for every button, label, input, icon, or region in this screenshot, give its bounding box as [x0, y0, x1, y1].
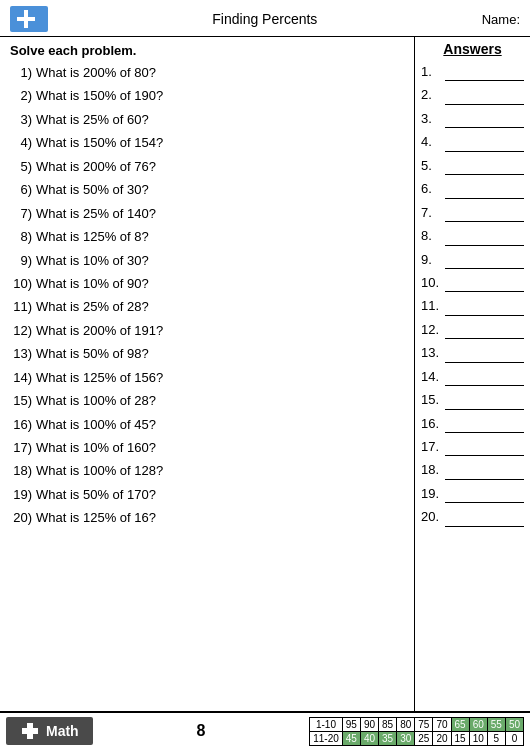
answer-row: 1. — [421, 61, 524, 82]
answer-line — [445, 526, 524, 527]
answer-number: 7. — [421, 202, 443, 223]
score-cell: 45 — [342, 731, 360, 745]
question-text: What is 125% of 16? — [36, 507, 156, 528]
answer-row: 10. — [421, 272, 524, 293]
score-cell: 80 — [397, 717, 415, 731]
score-cell: 55 — [487, 717, 505, 731]
answer-row: 18. — [421, 459, 524, 480]
answer-row: 9. — [421, 249, 524, 270]
score-cell: 5 — [487, 731, 505, 745]
question-text: What is 200% of 76? — [36, 156, 156, 177]
question-text: What is 200% of 191? — [36, 320, 163, 341]
answer-line — [445, 479, 524, 480]
score-cell: 95 — [342, 717, 360, 731]
score-cell: 75 — [415, 717, 433, 731]
question-text: What is 25% of 60? — [36, 109, 149, 130]
question-text: What is 25% of 28? — [36, 296, 149, 317]
answer-row: 12. — [421, 319, 524, 340]
answer-row: 5. — [421, 155, 524, 176]
question-row: 11) What is 25% of 28? — [10, 296, 406, 317]
name-label: Name: — [482, 12, 520, 27]
plus-icon — [20, 721, 40, 741]
answer-row: 8. — [421, 225, 524, 246]
main-content: Solve each problem. 1) What is 200% of 8… — [0, 37, 530, 711]
answer-number: 5. — [421, 155, 443, 176]
answer-line — [445, 315, 524, 316]
question-row: 3) What is 25% of 60? — [10, 109, 406, 130]
question-number: 12) — [10, 320, 32, 341]
answer-number: 14. — [421, 366, 443, 387]
answer-row: 15. — [421, 389, 524, 410]
answer-line — [445, 127, 524, 128]
answer-row: 17. — [421, 436, 524, 457]
answer-row: 6. — [421, 178, 524, 199]
answer-number: 2. — [421, 84, 443, 105]
answer-number: 12. — [421, 319, 443, 340]
question-row: 19) What is 50% of 170? — [10, 484, 406, 505]
question-row: 7) What is 25% of 140? — [10, 203, 406, 224]
footer-math-label: Math — [6, 717, 93, 745]
logo-icon — [10, 6, 48, 32]
question-row: 9) What is 10% of 30? — [10, 250, 406, 271]
question-number: 14) — [10, 367, 32, 388]
answer-number: 10. — [421, 272, 443, 293]
question-number: 18) — [10, 460, 32, 481]
answer-number: 9. — [421, 249, 443, 270]
question-row: 16) What is 100% of 45? — [10, 414, 406, 435]
answer-row: 11. — [421, 295, 524, 316]
question-text: What is 10% of 90? — [36, 273, 149, 294]
score-cell: 35 — [379, 731, 397, 745]
answer-line — [445, 385, 524, 386]
answer-line — [445, 268, 524, 269]
score-cell: 90 — [360, 717, 378, 731]
answer-line — [445, 245, 524, 246]
question-number: 3) — [10, 109, 32, 130]
question-number: 4) — [10, 132, 32, 153]
questions-section: Solve each problem. 1) What is 200% of 8… — [0, 37, 415, 711]
score-cell: 50 — [505, 717, 523, 731]
answer-row: 16. — [421, 413, 524, 434]
svg-rect-4 — [22, 728, 38, 734]
question-text: What is 10% of 160? — [36, 437, 156, 458]
question-row: 4) What is 150% of 154? — [10, 132, 406, 153]
answer-row: 19. — [421, 483, 524, 504]
answer-number: 17. — [421, 436, 443, 457]
worksheet-title: Finding Percents — [48, 11, 482, 27]
question-row: 18) What is 100% of 128? — [10, 460, 406, 481]
questions-list: 1) What is 200% of 80?2) What is 150% of… — [10, 62, 406, 529]
header: Finding Percents Name: — [0, 0, 530, 37]
answer-line — [445, 104, 524, 105]
question-number: 10) — [10, 273, 32, 294]
question-text: What is 10% of 30? — [36, 250, 149, 271]
question-number: 2) — [10, 85, 32, 106]
question-text: What is 150% of 154? — [36, 132, 163, 153]
question-number: 19) — [10, 484, 32, 505]
worksheet-page: Finding Percents Name: Solve each proble… — [0, 0, 530, 749]
question-text: What is 100% of 28? — [36, 390, 156, 411]
score-table: 1-109590858075706560555011-2045403530252… — [309, 717, 524, 746]
question-text: What is 150% of 190? — [36, 85, 163, 106]
answer-number: 1. — [421, 61, 443, 82]
question-text: What is 125% of 156? — [36, 367, 163, 388]
question-text: What is 50% of 98? — [36, 343, 149, 364]
answer-number: 15. — [421, 389, 443, 410]
question-number: 20) — [10, 507, 32, 528]
answers-title: Answers — [421, 41, 524, 57]
question-row: 20) What is 125% of 16? — [10, 507, 406, 528]
answer-line — [445, 291, 524, 292]
score-cell: 0 — [505, 731, 523, 745]
question-number: 11) — [10, 296, 32, 317]
score-range: 1-10 — [310, 717, 343, 731]
score-cell: 30 — [397, 731, 415, 745]
answer-line — [445, 338, 524, 339]
question-text: What is 125% of 8? — [36, 226, 149, 247]
answer-line — [445, 151, 524, 152]
answers-section: Answers 1. 2. 3. 4. 5. 6. 7. 8. — [415, 37, 530, 711]
question-text: What is 25% of 140? — [36, 203, 156, 224]
answer-row: 7. — [421, 202, 524, 223]
question-number: 6) — [10, 179, 32, 200]
answer-number: 6. — [421, 178, 443, 199]
answer-number: 8. — [421, 225, 443, 246]
question-text: What is 50% of 170? — [36, 484, 156, 505]
question-row: 12) What is 200% of 191? — [10, 320, 406, 341]
